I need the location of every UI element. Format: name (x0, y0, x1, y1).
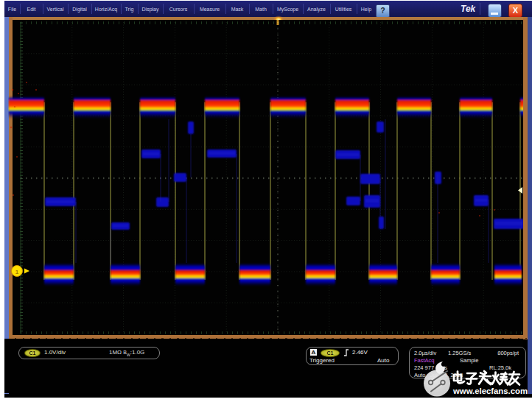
svg-text:1: 1 (15, 269, 19, 275)
svg-text:www.elecfans.com: www.elecfans.com (452, 386, 528, 396)
